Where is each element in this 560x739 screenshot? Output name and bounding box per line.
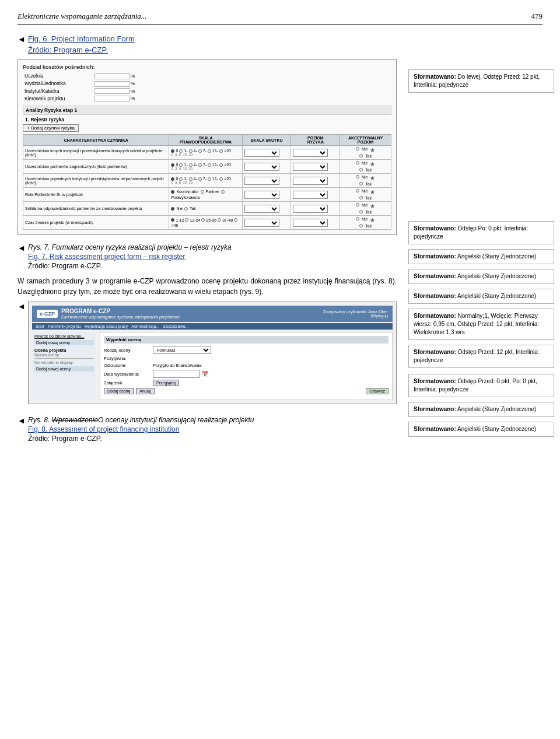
radio-tak-6[interactable]	[359, 224, 363, 227]
radio-r1-11[interactable]	[208, 149, 211, 153]
radio-r3-4[interactable]	[189, 177, 192, 181]
skutek-select-2[interactable]	[244, 163, 279, 171]
star-5[interactable]: ★	[370, 203, 375, 209]
radio-r2-gt20[interactable]	[219, 163, 223, 167]
poziom-select-2[interactable]	[293, 163, 328, 171]
radio-r2-1[interactable]	[179, 163, 183, 167]
star-6[interactable]: ★	[370, 217, 375, 223]
radio-tak-3[interactable]	[359, 182, 363, 185]
radio-r2-7[interactable]	[198, 163, 202, 167]
form-anuluj-btn[interactable]: Anuluj	[136, 388, 154, 394]
radio-r1-gt20[interactable]	[219, 149, 223, 153]
risk-row-6-skutek	[242, 216, 291, 230]
radio-r4-partner[interactable]	[201, 190, 204, 194]
uczelnia-pct: %	[131, 73, 135, 79]
radio-r5-nie[interactable]	[171, 207, 174, 211]
radio-r3-1[interactable]	[179, 177, 183, 181]
sformat-box-ang3: Sformatowano: Angielski (Stany Zjednoczo…	[408, 289, 554, 304]
sidebar-dodaj[interactable]: Dodaj nową ocenę	[34, 340, 94, 345]
radio-tak-2[interactable]	[359, 168, 363, 171]
radio-nie-3[interactable]	[356, 175, 359, 178]
rys8-arrow: ◄	[18, 417, 26, 425]
radio-tak-5[interactable]	[359, 210, 363, 213]
risk-row-1-label: Uczestnictwo innych instytucji i przedsi…	[23, 146, 169, 160]
calendar-icon[interactable]: 📅	[202, 371, 208, 377]
form-rodzaj-select[interactable]: Formularz Merytoryczna Przyjęto do finan…	[153, 346, 211, 354]
instytut-input[interactable]	[94, 88, 130, 94]
wydzial-input[interactable]	[94, 81, 130, 87]
form-przejrzyj-btn[interactable]: Przeglądaj	[153, 380, 179, 386]
add-czynnik-btn[interactable]: + Dodaj czynnik ryzyka	[23, 124, 79, 132]
poziom-select-6[interactable]	[293, 219, 328, 227]
fig8-arrow-row: ◄ e-CZP PROGRAM e-CZP Elektroniczne wspo…	[18, 302, 397, 410]
radio-nie-1[interactable]	[356, 147, 359, 150]
radio-r6-37[interactable]	[218, 218, 221, 222]
nav-start[interactable]: Start	[36, 324, 44, 328]
skutek-select-6[interactable]	[244, 219, 279, 227]
risk-row-5-poziom	[291, 202, 340, 216]
radio-r3-gt20[interactable]	[219, 177, 223, 181]
radio-tak-4[interactable]	[359, 196, 363, 199]
nav-administracja[interactable]: Administracja...	[131, 324, 159, 328]
star-4[interactable]: ★	[370, 189, 375, 195]
radio-r3-0[interactable]	[171, 177, 174, 181]
radio-r3-11[interactable]	[208, 177, 211, 181]
poziom-select-1[interactable]	[293, 149, 328, 157]
instytut-pct: %	[131, 89, 135, 94]
radio-r2-11[interactable]	[208, 163, 211, 167]
sidebar-nazwa-oceny: Nazwa oceny	[34, 353, 94, 359]
radio-r3-7[interactable]	[198, 177, 202, 181]
radio-r1-7[interactable]	[198, 149, 202, 153]
rys7-zrodlo: Źródło: Program e-CZP.	[28, 262, 232, 270]
radio-r5-tak[interactable]	[184, 207, 188, 211]
radio-r1-4[interactable]	[189, 149, 192, 153]
risk-row-1-akceptowalny: Nie ★ Tak	[340, 146, 391, 160]
radio-nie-4[interactable]	[356, 189, 359, 192]
skutek-select-4[interactable]	[244, 191, 279, 199]
risk-row-4-akceptowalny: Nie ★ Tak	[340, 188, 391, 202]
sformat-rys8-2-label: Sformatowano:	[414, 406, 456, 412]
radio-r1-1[interactable]	[179, 149, 183, 153]
skutek-select-5[interactable]	[244, 205, 279, 213]
radio-r4-podwyk[interactable]	[221, 190, 225, 194]
poziom-select-5[interactable]	[293, 205, 328, 213]
rejestr-title: 1. Rejestr ryzyka	[23, 116, 391, 123]
fig6-title-line1: Fig. 6. Project Information Form	[28, 34, 135, 43]
risk-row-1-radios: 0 1- 4- 7- 11- >20 0 3 6 10 20	[169, 146, 242, 160]
nav-kierownik[interactable]: Kierownik projektu	[48, 324, 81, 328]
radio-nie-2[interactable]	[356, 161, 359, 164]
sformat-box-ang1: Sformatowano: Angielski (Stany Zjednoczo…	[408, 249, 554, 264]
radio-nie-6[interactable]	[356, 217, 359, 220]
star-1[interactable]: ★	[370, 147, 375, 153]
poziom-select-4[interactable]	[293, 191, 328, 199]
return-to-main[interactable]: Powróć do strony głównej...	[34, 334, 94, 338]
radio-tak-1[interactable]	[359, 154, 363, 157]
poziom-select-3[interactable]	[293, 177, 328, 185]
form-dodaj-btn[interactable]: Dodaj ocenę	[104, 388, 134, 394]
radio-r6-13[interactable]	[185, 218, 188, 222]
radio-r6-25[interactable]	[201, 218, 205, 222]
rys8-row: ◄ Rys. 8. WprowadzenieO ocenay instytucj…	[18, 416, 397, 444]
skutek-select-1[interactable]	[244, 149, 279, 157]
fig8-arrow: ◄	[18, 303, 26, 311]
radio-r6-gt48[interactable]	[234, 218, 237, 222]
radio-r4-koord[interactable]	[171, 190, 174, 194]
rys7-title-block: Rys. 7. Formularz oceny ryzyka realizacj…	[28, 243, 232, 271]
sformat-rys8-3-value: Angielski (Stany Zjednoczone)	[457, 426, 536, 432]
radio-r2-4[interactable]	[189, 163, 192, 167]
skutek-select-3[interactable]	[244, 177, 279, 185]
radio-r6-1[interactable]	[171, 218, 174, 222]
radio-nie-5[interactable]	[356, 203, 359, 206]
nav-zarzadzanie[interactable]: Zarządzanie...	[163, 324, 188, 328]
sidebar-dodaj-oceny[interactable]: Dodaj nowej oceny	[34, 366, 94, 372]
radio-r2-0[interactable]	[171, 163, 174, 167]
nav-rejestracja[interactable]: Rejestracja czasu pracy	[85, 324, 128, 328]
form-odswierz-btn[interactable]: Odśwież	[366, 388, 388, 394]
star-3[interactable]: ★	[370, 175, 375, 181]
radio-r1-0[interactable]	[171, 149, 174, 153]
form-data-input[interactable]	[153, 370, 200, 378]
uczelnia-input[interactable]	[94, 73, 130, 79]
kierownik-input[interactable]	[94, 96, 130, 101]
risk-row-3-label: Uczestnictwo prywatnych instytucji i prz…	[23, 174, 169, 188]
star-2[interactable]: ★	[370, 161, 375, 167]
